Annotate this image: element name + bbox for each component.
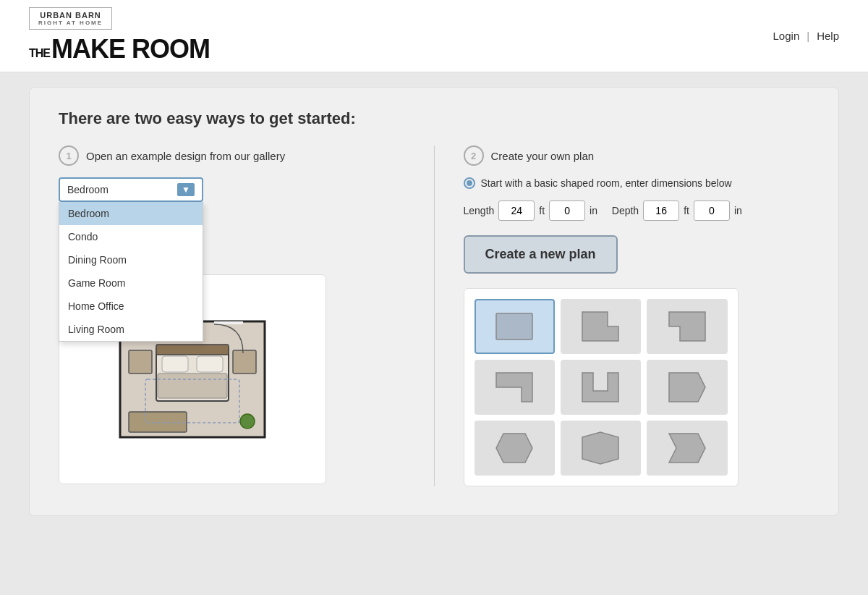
svg-marker-22 xyxy=(669,434,705,463)
header-nav: Login | Help xyxy=(773,30,839,42)
svg-rect-6 xyxy=(158,374,227,398)
shape-cell-pentagon[interactable] xyxy=(647,360,727,415)
svg-marker-20 xyxy=(496,434,532,463)
dropdown-item-dining-room[interactable]: Dining Room xyxy=(59,248,203,271)
svg-rect-9 xyxy=(129,412,187,432)
svg-rect-12 xyxy=(214,321,243,324)
length-in-input[interactable] xyxy=(549,201,585,221)
svg-marker-19 xyxy=(669,373,705,402)
step1-header: 1 Open an example design from our galler… xyxy=(59,145,405,166)
shape-cell-u[interactable] xyxy=(561,360,641,415)
svg-rect-14 xyxy=(496,313,532,339)
svg-rect-7 xyxy=(129,350,152,374)
step2-header: 2 Create your own plan xyxy=(464,145,810,166)
depth-ft-label: ft xyxy=(684,205,689,216)
pentagon-shape-icon xyxy=(665,366,709,409)
app-logo: THE MAKE ROOM xyxy=(29,34,210,64)
header: URBAN BARN RIGHT AT HOME THE MAKE ROOM L… xyxy=(0,0,868,72)
hex-shape-1-icon xyxy=(493,426,536,470)
gallery-dropdown[interactable]: Bedroom ▼ xyxy=(59,177,203,202)
svg-marker-15 xyxy=(582,312,618,341)
svg-marker-21 xyxy=(582,432,618,464)
dropdown-selected-label: Bedroom xyxy=(67,184,109,195)
hex-shape-2-icon xyxy=(579,426,622,470)
dropdown-item-condo[interactable]: Condo xyxy=(59,225,203,248)
nav-divider: | xyxy=(807,30,809,42)
length-in-label: in xyxy=(590,205,597,216)
svg-marker-17 xyxy=(496,373,532,402)
shape-cell-l2[interactable] xyxy=(647,299,727,354)
shape-cell-l3[interactable] xyxy=(475,360,555,415)
radio-label: Start with a basic shaped room, enter di… xyxy=(481,177,732,189)
depth-in-label: in xyxy=(734,205,742,216)
svg-rect-3 xyxy=(156,345,229,355)
step2-circle: 2 xyxy=(464,145,484,166)
l-shape-1-icon xyxy=(579,305,622,348)
svg-marker-18 xyxy=(582,373,618,402)
depth-ft-input[interactable] xyxy=(643,201,679,221)
shape-cell-l1[interactable] xyxy=(561,299,641,354)
brand-subtitle: RIGHT AT HOME xyxy=(38,20,103,26)
main-card: There are two easy ways to get started: … xyxy=(29,87,839,516)
length-label: Length xyxy=(464,205,495,216)
radio-row: Start with a basic shaped room, enter di… xyxy=(464,177,810,189)
brand-name: URBAN BARN xyxy=(38,11,103,20)
right-column: 2 Create your own plan Start with a basi… xyxy=(435,145,810,486)
step1-label: Open an example design from our gallery xyxy=(86,150,285,162)
length-ft-input[interactable] xyxy=(498,201,535,221)
svg-point-10 xyxy=(240,414,255,429)
step1-number: 1 xyxy=(66,151,71,161)
left-column: 1 Open an example design from our galler… xyxy=(59,145,435,486)
main-title: There are two easy ways to get started: xyxy=(59,109,809,128)
shape-grid-box xyxy=(464,288,739,486)
dropdown-item-home-office[interactable]: Home Office xyxy=(59,295,203,318)
depth-in-input[interactable] xyxy=(694,201,730,221)
svg-rect-8 xyxy=(233,350,256,374)
dropdown-menu: Bedroom Condo Dining Room Game Room Home… xyxy=(59,202,203,342)
u-shape-icon xyxy=(579,366,622,409)
rectangle-shape-icon xyxy=(493,305,536,348)
dropdown-arrow-icon: ▼ xyxy=(177,183,195,196)
radio-dot-fill xyxy=(467,180,472,186)
svg-rect-5 xyxy=(197,356,223,372)
gallery-dropdown-wrapper: Bedroom ▼ Bedroom Condo Dining Room Game… xyxy=(59,177,203,202)
shape-cell-hex1[interactable] xyxy=(475,421,555,476)
shape-cell-arrow[interactable] xyxy=(647,421,727,476)
depth-label: Depth xyxy=(612,205,639,216)
length-ft-label: ft xyxy=(539,205,545,216)
urban-barn-logo: URBAN BARN RIGHT AT HOME xyxy=(29,7,112,30)
dropdown-item-bedroom[interactable]: Bedroom xyxy=(59,202,203,225)
shape-cell-rectangle[interactable] xyxy=(475,299,555,354)
l-shape-3-icon xyxy=(493,366,536,409)
dimensions-row: Length ft in Depth ft in xyxy=(464,201,810,221)
help-link[interactable]: Help xyxy=(817,30,839,42)
shape-cell-hex2[interactable] xyxy=(561,421,641,476)
arrow-shape-icon xyxy=(665,426,709,470)
step2-number: 2 xyxy=(471,151,476,161)
svg-rect-4 xyxy=(162,356,188,372)
create-plan-button[interactable]: Create a new plan xyxy=(464,235,618,274)
radio-button[interactable] xyxy=(464,177,475,189)
app-title: MAKE ROOM xyxy=(51,34,210,64)
step2-label: Create your own plan xyxy=(491,150,595,162)
dropdown-item-living-room[interactable]: Living Room xyxy=(59,318,203,341)
header-left: URBAN BARN RIGHT AT HOME THE MAKE ROOM xyxy=(29,7,210,64)
l-shape-2-icon xyxy=(665,305,709,348)
login-link[interactable]: Login xyxy=(773,30,800,42)
shape-grid xyxy=(475,299,728,476)
svg-marker-16 xyxy=(669,312,705,341)
two-col-layout: 1 Open an example design from our galler… xyxy=(59,145,809,486)
dropdown-item-game-room[interactable]: Game Room xyxy=(59,271,203,295)
step1-circle: 1 xyxy=(59,145,79,166)
app-title-prefix: THE xyxy=(29,47,50,60)
